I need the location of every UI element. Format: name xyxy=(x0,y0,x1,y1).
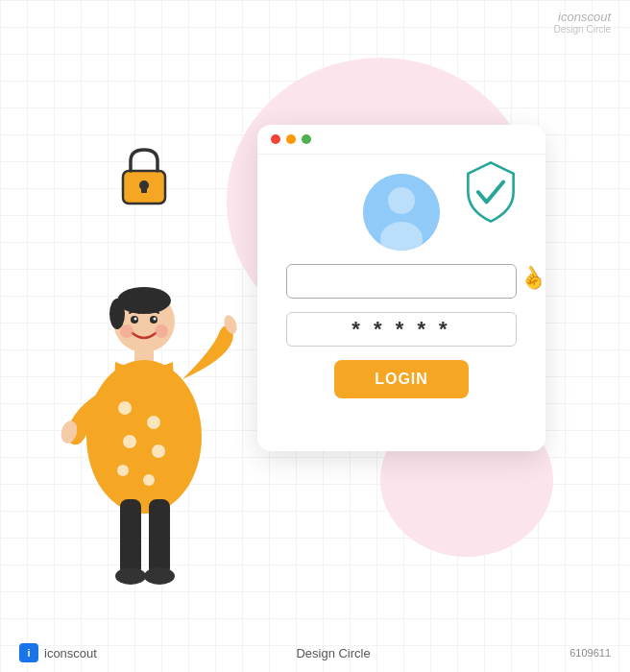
svg-point-28 xyxy=(155,324,168,338)
person-svg xyxy=(58,283,250,590)
shield-icon xyxy=(457,158,524,226)
password-dots: * * * * * xyxy=(287,313,516,346)
svg-rect-19 xyxy=(120,499,141,576)
svg-rect-2 xyxy=(141,185,147,193)
dot-yellow xyxy=(286,134,296,144)
finger-pointer: ☝️ xyxy=(515,261,545,296)
lock-icon xyxy=(115,144,173,206)
dot-green xyxy=(302,134,311,144)
svg-point-13 xyxy=(123,435,136,448)
svg-point-26 xyxy=(154,318,157,321)
svg-point-16 xyxy=(143,474,155,486)
design-circle-watermark-top: Design Circle xyxy=(554,24,611,35)
person-illustration xyxy=(58,283,250,581)
browser-titlebar xyxy=(257,125,545,155)
svg-point-14 xyxy=(152,444,165,458)
iconscout-icon: i xyxy=(19,643,38,662)
iconscout-logo: i iconscout xyxy=(19,643,97,662)
watermark-bottom: i iconscout Design Circle 6109611 xyxy=(0,643,630,662)
svg-point-15 xyxy=(117,465,129,476)
svg-point-22 xyxy=(144,567,175,585)
iconscout-label: iconscout xyxy=(44,646,97,660)
password-input[interactable]: * * * * * xyxy=(286,312,517,347)
svg-point-8 xyxy=(109,299,125,329)
svg-point-11 xyxy=(118,401,132,415)
avatar-svg xyxy=(363,174,440,251)
main-container: ☝️ * * * * * LOGIN xyxy=(0,0,630,672)
svg-point-21 xyxy=(115,567,146,585)
svg-point-25 xyxy=(134,318,137,321)
avatar-circle xyxy=(363,174,440,251)
login-button[interactable]: LOGIN xyxy=(334,360,469,398)
username-input[interactable] xyxy=(286,264,517,299)
iconscout-watermark-text: iconscout xyxy=(558,10,611,24)
shield-container xyxy=(457,158,524,229)
svg-rect-20 xyxy=(149,499,170,576)
image-id: 6109611 xyxy=(569,647,611,659)
lock-icon-container xyxy=(115,144,173,210)
svg-point-4 xyxy=(388,187,415,214)
svg-point-7 xyxy=(117,287,171,314)
watermark-top: iconscout Design Circle xyxy=(554,10,611,35)
svg-point-27 xyxy=(120,324,133,338)
design-circle-label: Design Circle xyxy=(296,646,370,660)
username-field-wrapper: ☝️ xyxy=(286,264,517,299)
svg-point-12 xyxy=(147,416,160,429)
dot-red xyxy=(271,134,280,144)
